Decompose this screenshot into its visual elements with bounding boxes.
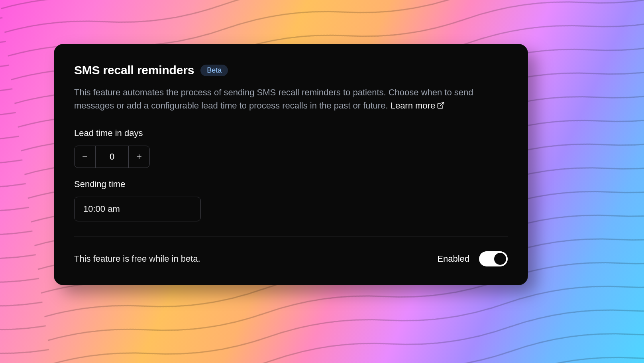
toggle-label: Enabled bbox=[437, 254, 469, 264]
card-footer: This feature is free while in beta. Enab… bbox=[74, 251, 508, 266]
card-header: SMS recall reminders Beta bbox=[74, 63, 508, 77]
learn-more-link[interactable]: Learn more bbox=[391, 101, 445, 110]
settings-card: SMS recall reminders Beta This feature a… bbox=[54, 44, 528, 285]
toggle-knob bbox=[494, 253, 506, 265]
card-description: This feature automates the process of se… bbox=[74, 86, 505, 112]
toggle-group: Enabled bbox=[437, 251, 508, 266]
lead-time-section: Lead time in days − 0 + bbox=[74, 128, 508, 168]
stepper-decrement-button[interactable]: − bbox=[75, 146, 95, 168]
external-link-icon bbox=[437, 101, 445, 109]
beta-badge: Beta bbox=[200, 65, 228, 76]
card-title: SMS recall reminders bbox=[74, 63, 194, 77]
sending-time-input[interactable]: 10:00 am bbox=[74, 197, 201, 221]
stepper-value[interactable]: 0 bbox=[95, 146, 129, 168]
sending-time-section: Sending time 10:00 am bbox=[74, 179, 508, 221]
sending-time-value: 10:00 am bbox=[83, 204, 120, 214]
divider bbox=[74, 237, 508, 237]
stepper-increment-button[interactable]: + bbox=[129, 146, 149, 168]
svg-line-1 bbox=[440, 103, 444, 106]
footer-note: This feature is free while in beta. bbox=[74, 254, 200, 264]
sending-time-label: Sending time bbox=[74, 179, 508, 189]
lead-time-stepper: − 0 + bbox=[74, 146, 150, 168]
learn-more-label: Learn more bbox=[391, 101, 436, 110]
enabled-toggle[interactable] bbox=[479, 251, 508, 266]
lead-time-label: Lead time in days bbox=[74, 128, 508, 138]
